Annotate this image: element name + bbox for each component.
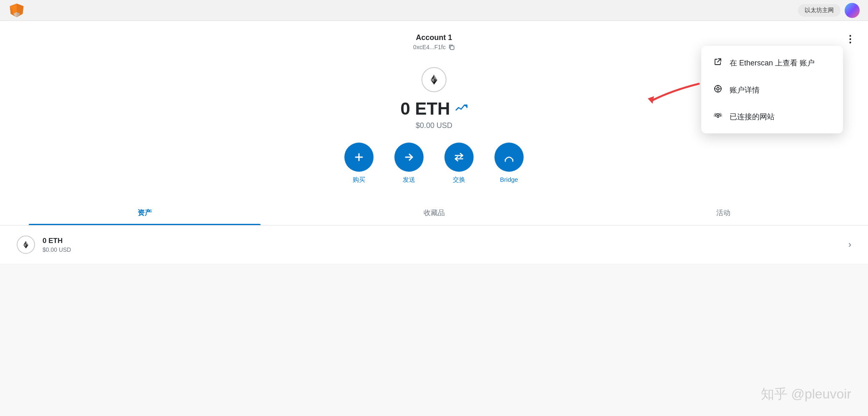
tabs-section: 资产 收藏品 活动 — [0, 200, 868, 226]
network-selector[interactable]: 以太坊主网 — [798, 4, 840, 17]
send-button[interactable] — [394, 143, 424, 172]
connected-sites-icon — [713, 112, 723, 122]
dropdown-etherscan[interactable]: 在 Etherscan 上查看 账户 — [701, 49, 843, 76]
asset-eth-icon — [17, 236, 35, 254]
action-buttons: 购买 发送 交换 — [0, 143, 868, 184]
dropdown-menu: 在 Etherscan 上查看 账户 账户详情 已连接的网站 — [701, 46, 843, 133]
account-details-icon — [713, 85, 723, 95]
bridge-label: Bridge — [500, 176, 518, 183]
buy-button-group: 购买 — [344, 143, 374, 184]
eth-balance-text: 0 ETH — [400, 99, 450, 119]
bridge-button-group: Bridge — [494, 143, 524, 184]
menu-dots-button[interactable]: ⋮ — [845, 33, 855, 45]
watermark: 知乎 @pleuvoir — [761, 385, 851, 403]
send-label: 发送 — [403, 176, 415, 184]
chart-icon[interactable] — [455, 102, 468, 115]
asset-chevron-icon: › — [848, 239, 851, 250]
asset-eth-item[interactable]: 0 ETH $0.00 USD › — [0, 226, 868, 264]
eth-asset-logo — [21, 240, 31, 250]
send-button-group: 发送 — [394, 143, 424, 184]
asset-usd: $0.00 USD — [43, 246, 848, 253]
svg-point-29 — [717, 88, 719, 90]
swap-button[interactable] — [444, 143, 474, 172]
svg-line-27 — [717, 59, 721, 62]
bridge-button[interactable] — [494, 143, 524, 172]
swap-button-group: 交换 — [444, 143, 474, 184]
address-text: 0xcE4...F1fc — [413, 44, 446, 50]
etherscan-label: 在 Etherscan 上查看 账户 — [730, 58, 815, 68]
connected-sites-label: 已连接的网站 — [730, 112, 775, 122]
tab-activity[interactable]: 活动 — [579, 200, 868, 225]
top-bar: 以太坊主网 — [0, 0, 868, 21]
ethereum-logo — [427, 73, 441, 86]
copy-icon[interactable] — [448, 44, 455, 50]
buy-button[interactable] — [344, 143, 374, 172]
buy-label: 购买 — [353, 176, 365, 184]
svg-rect-7 — [450, 46, 454, 50]
svg-point-34 — [717, 115, 719, 117]
eth-icon — [421, 67, 447, 92]
account-name: Account 1 — [0, 33, 868, 42]
account-avatar[interactable] — [845, 3, 860, 18]
dropdown-account-details[interactable]: 账户详情 — [701, 76, 843, 103]
tab-nft[interactable]: 收藏品 — [289, 200, 579, 225]
swap-label: 交换 — [453, 176, 465, 184]
metamask-logo[interactable] — [8, 3, 25, 18]
external-link-icon — [713, 58, 723, 68]
asset-list: 0 ETH $0.00 USD › — [0, 226, 868, 264]
top-bar-right: 以太坊主网 — [798, 3, 860, 18]
top-bar-left — [8, 3, 25, 18]
asset-info: 0 ETH $0.00 USD — [43, 237, 848, 253]
account-details-label: 账户详情 — [730, 85, 760, 95]
tab-assets[interactable]: 资产 — [0, 200, 289, 225]
asset-name: 0 ETH — [43, 237, 848, 245]
dropdown-connected-sites[interactable]: 已连接的网站 — [701, 103, 843, 130]
